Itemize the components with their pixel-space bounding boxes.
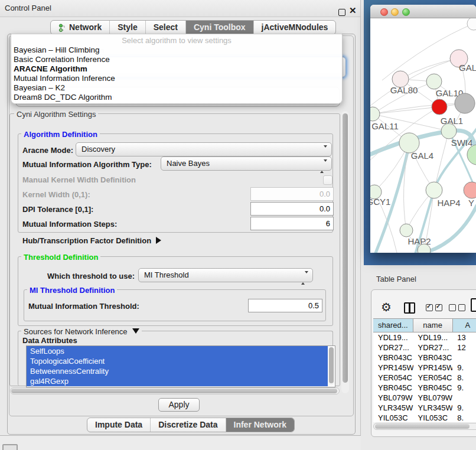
- gear-icon[interactable]: ⚙: [381, 300, 392, 314]
- dpi-tolerance-label: DPI Tolerance [0,1]:: [22, 205, 93, 214]
- aracne-mode-label: Aracne Mode:: [22, 146, 73, 155]
- tab-cyni-toolbox[interactable]: Cyni Toolbox: [186, 21, 254, 34]
- network-node-y[interactable]: [464, 182, 476, 198]
- network-node-unlabeled[interactable]: [467, 18, 476, 30]
- settings-vertical-scrollbar-thumb[interactable]: [343, 113, 348, 383]
- table-cell: YIL053C: [413, 413, 453, 422]
- column-header-shared[interactable]: shared...: [373, 319, 413, 332]
- dropdown-item-basic-correlation-inference[interactable]: Basic Correlation Inference: [11, 55, 342, 64]
- table-cell: YBR043C: [413, 353, 453, 363]
- aracne-mode-combobox[interactable]: Discovery: [76, 142, 332, 156]
- control-panel-tabbar: NetworkStyleSelectCyni ToolboxjActiveMNo…: [50, 20, 336, 35]
- node-label-y: Y: [468, 198, 474, 208]
- table-cell: YLR345W: [413, 403, 453, 413]
- table-cell: YBR045C: [373, 383, 413, 393]
- table-horizontal-scrollbar-thumb[interactable]: [375, 424, 470, 429]
- dropdown-item-bayesian-k2[interactable]: Bayesian – K2: [11, 83, 342, 93]
- select-all-icon[interactable]: [426, 304, 442, 311]
- network-node-unlabeled[interactable]: [455, 93, 475, 113]
- network-view-window: GALGAL80GAL10GAL1GAL11SWI4GAL4GCY1HAP4YH…: [370, 5, 476, 253]
- tab-label: Style: [118, 21, 137, 34]
- attribute-item-gal4rgexp[interactable]: gal4RGexp: [27, 376, 328, 386]
- tab-infer-network[interactable]: Infer Network: [226, 418, 294, 432]
- table-row[interactable]: YER054CYER054C8.: [373, 373, 476, 383]
- dropdown-item-bayesian-hill-climbing[interactable]: Bayesian – Hill Climbing: [11, 45, 342, 55]
- network-node-hap2[interactable]: [400, 224, 413, 237]
- minimize-traffic-light-icon[interactable]: [391, 8, 399, 16]
- tab-label: Discretize Data: [158, 418, 217, 432]
- mi-steps-field[interactable]: 6: [250, 217, 334, 230]
- dropdown-item-dream8-dc-tdc-algorithm[interactable]: Dream8 DC_TDC Algorithm: [11, 93, 342, 102]
- table-row[interactable]: YDR27...YDR27...12: [373, 343, 476, 353]
- network-node-gal4[interactable]: [399, 133, 419, 153]
- close-traffic-light-icon[interactable]: [380, 8, 388, 16]
- table-cell: 9.: [452, 403, 476, 413]
- attribute-item-selfloops[interactable]: SelfLoops: [27, 346, 328, 356]
- network-node-gal10[interactable]: [426, 74, 442, 89]
- window-title: Control Panel: [5, 4, 51, 12]
- mi-algorithm-type-combobox[interactable]: Naive Bayes: [161, 156, 332, 171]
- mutual-information-threshold-field[interactable]: 0.5: [248, 299, 322, 312]
- zoom-traffic-light-icon[interactable]: [402, 8, 410, 16]
- column-header-a[interactable]: A: [453, 319, 476, 332]
- network-window-titlebar[interactable]: [370, 5, 476, 18]
- tab-discretize-data[interactable]: Discretize Data: [151, 418, 226, 432]
- node-label-gal80: GAL80: [390, 85, 418, 95]
- mi-steps-label: Mutual Information Steps:: [22, 220, 117, 229]
- tab-network[interactable]: Network: [51, 21, 110, 34]
- table-cell: YIL053C: [373, 413, 413, 422]
- aracne-mode-value: Discovery: [81, 145, 115, 154]
- close-icon[interactable]: ✕: [349, 6, 357, 15]
- list-scrollbar[interactable]: [328, 347, 334, 386]
- tab-impute-data[interactable]: Impute Data: [87, 418, 151, 432]
- table-row[interactable]: YBL079WYBL079W: [373, 393, 476, 403]
- node-label-hap4: HAP4: [437, 198, 460, 208]
- manual-kernel-width-checkbox[interactable]: [323, 175, 332, 185]
- table-row[interactable]: YIL053CYIL053C8.: [373, 413, 476, 422]
- which-threshold-value: MI Threshold: [144, 270, 189, 279]
- table-row[interactable]: YBR043CYBR043C: [373, 353, 476, 363]
- data-attributes-list[interactable]: SelfLoopsTopologicalCoefficientBetweenne…: [26, 345, 335, 387]
- network-node-swi4[interactable]: [441, 123, 457, 139]
- dropdown-item-mutual-information-inference[interactable]: Mutual Information Inference: [11, 74, 342, 83]
- table-cell: YPR145W: [413, 363, 453, 373]
- network-node-gal11[interactable]: [370, 107, 380, 121]
- column-header-name[interactable]: name: [413, 319, 453, 332]
- tab-jactivemnodules[interactable]: jActiveMNodules: [254, 21, 336, 34]
- tab-select[interactable]: Select: [146, 21, 186, 34]
- which-threshold-combobox[interactable]: MI Threshold: [138, 268, 313, 282]
- tab-style[interactable]: Style: [110, 21, 145, 34]
- deselect-all-icon[interactable]: [449, 304, 465, 311]
- table-cell: 8.: [452, 373, 476, 383]
- dpi-tolerance-field[interactable]: 0.0: [250, 202, 334, 216]
- table-row[interactable]: YPR145WYPR145W9.: [373, 363, 476, 373]
- network-node-gal1[interactable]: [432, 99, 447, 115]
- attribute-item-betweennesscentrality[interactable]: BetweennessCentrality: [27, 366, 328, 376]
- cyni-bottom-tabbar: Impute DataDiscretize DataInfer Network: [87, 418, 295, 432]
- table-cell: 8.: [452, 413, 476, 422]
- attribute-item-topologicalcoefficient[interactable]: TopologicalCoefficient: [27, 356, 328, 366]
- table-panel-title: Table Panel: [376, 275, 416, 283]
- dropdown-item-aracne-algorithm[interactable]: ARACNE Algorithm: [11, 64, 342, 74]
- network-node-hap4[interactable]: [426, 182, 442, 198]
- minimized-panel-icon[interactable]: [2, 444, 18, 450]
- table-row[interactable]: YBR045CYBR045C9.: [373, 383, 476, 393]
- control-panel-window: Control Panel ✕ NetworkStyleSelectCyni T…: [0, 0, 361, 436]
- kernel-width-field[interactable]: 0.0: [250, 187, 334, 201]
- network-canvas[interactable]: GALGAL80GAL10GAL1GAL11SWI4GAL4GCY1HAP4YH…: [370, 18, 476, 253]
- sources-toggle[interactable]: Sources for Network Inference: [21, 327, 142, 336]
- float-window-icon[interactable]: [338, 9, 345, 16]
- hub-transcription-factor-toggle[interactable]: Hub/Transcription Factor Definition: [22, 236, 161, 245]
- table-row[interactable]: YLR345WYLR345W9.: [373, 403, 476, 413]
- kernel-width-label: Kernel Width (0,1):: [22, 190, 90, 199]
- table-cell: YDL19...: [413, 332, 453, 343]
- settings-horizontal-scrollbar-thumb[interactable]: [11, 389, 337, 393]
- network-node-unlabeled[interactable]: [467, 145, 476, 165]
- new-document-icon[interactable]: [471, 298, 476, 312]
- apply-button[interactable]: Apply: [158, 398, 200, 412]
- split-view-icon[interactable]: [404, 302, 415, 314]
- manual-kernel-width-label: Manual Kernel Width Definition: [22, 175, 136, 184]
- sources-title: Sources for Network Inference: [24, 327, 128, 336]
- table-row[interactable]: YDL19...YDL19...13: [373, 332, 476, 343]
- mutual-information-threshold-label: Mutual Information Threshold:: [28, 302, 139, 311]
